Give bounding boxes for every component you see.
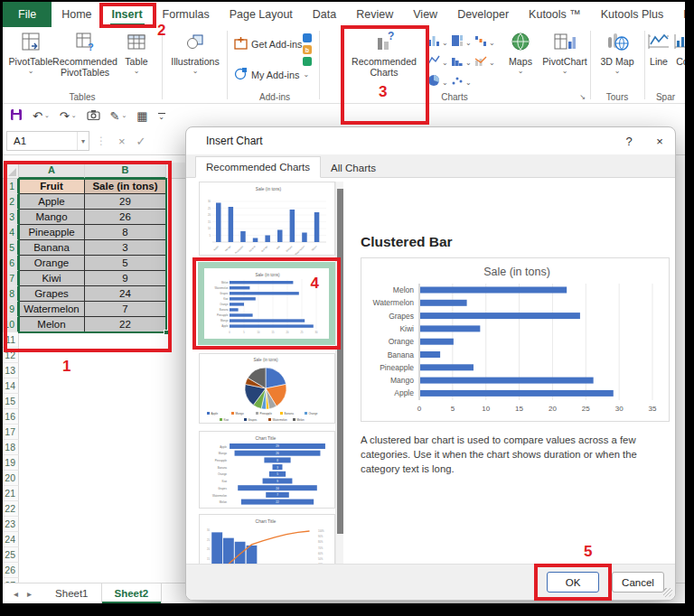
table-cell[interactable]: Watermelon bbox=[19, 302, 85, 317]
table-cell[interactable]: 22 bbox=[85, 317, 166, 332]
sparkline-column-button[interactable]: Co bbox=[673, 29, 685, 67]
ribbon-tab-review[interactable]: Review bbox=[346, 2, 403, 27]
row-header-13[interactable]: 13 bbox=[3, 363, 19, 378]
table-button[interactable]: Table ⌄ bbox=[118, 29, 155, 75]
table-cell[interactable]: Apple bbox=[19, 194, 85, 210]
ribbon-tab-home[interactable]: Home bbox=[52, 2, 101, 27]
table-cell[interactable]: 7 bbox=[85, 302, 166, 317]
camera-button[interactable] bbox=[87, 109, 100, 123]
row-header-17[interactable]: 17 bbox=[3, 425, 19, 440]
insert-combo-chart-button[interactable]: ⌄ bbox=[474, 52, 498, 72]
ok-button[interactable]: OK bbox=[547, 572, 599, 593]
row-header-22[interactable]: 22 bbox=[3, 501, 19, 517]
undo-button[interactable]: ↶⌄ bbox=[33, 109, 50, 123]
ribbon-tab-kutools-plus[interactable]: Kutools Plus bbox=[591, 2, 673, 27]
charts-dialog-launcher-icon[interactable]: ↘ bbox=[579, 93, 586, 101]
insert-waterfall-chart-button[interactable]: ⌄ bbox=[474, 33, 498, 52]
row-header-21[interactable]: 21 bbox=[3, 486, 19, 501]
name-box[interactable]: A1 ▾ bbox=[6, 131, 89, 151]
insert-hierarchy-chart-button[interactable]: ⌄ bbox=[451, 33, 474, 52]
sheet-nav-left-icon[interactable]: ◂ bbox=[14, 589, 18, 599]
row-header-15[interactable]: 15 bbox=[3, 394, 19, 409]
thumbnail-funnel[interactable]: Chart TitleApple29Mango26Pineapple8Banan… bbox=[199, 431, 335, 509]
ribbon-tab-view[interactable]: View bbox=[403, 2, 447, 27]
table-cell[interactable]: 5 bbox=[85, 256, 166, 271]
column-header-b[interactable]: B bbox=[85, 163, 166, 179]
row-header-14[interactable]: 14 bbox=[3, 378, 19, 394]
sheet-nav-right-icon[interactable]: ▸ bbox=[27, 589, 32, 599]
my-addins-button[interactable]: My Add-ins ⌄ bbox=[234, 67, 309, 82]
ribbon-tab-page-layout[interactable]: Page Layout bbox=[220, 2, 303, 27]
illustrations-button[interactable]: Illustrations ⌄ bbox=[167, 29, 223, 75]
row-header-20[interactable]: 20 bbox=[3, 471, 19, 486]
recommended-pivottables-button[interactable]: ? Recommended PivotTables bbox=[55, 29, 115, 78]
tab-recommended-charts[interactable]: Recommended Charts bbox=[195, 156, 321, 178]
addin-app-icon-bing[interactable]: b bbox=[303, 45, 312, 54]
recommended-charts-button[interactable]: ? Recommended Charts bbox=[344, 29, 424, 78]
row-header-11[interactable]: 11 bbox=[3, 332, 19, 348]
save-button[interactable] bbox=[10, 108, 23, 124]
tab-all-charts[interactable]: All Charts bbox=[321, 158, 386, 178]
thumbnail-pie[interactable]: Sale (in tons)AppleMangoPineappleBananaO… bbox=[199, 353, 335, 424]
close-icon[interactable]: × bbox=[644, 135, 675, 148]
table-header-cell[interactable]: Sale (in tons) bbox=[85, 179, 166, 194]
ribbon-tab-formulas[interactable]: Formulas bbox=[153, 2, 220, 27]
table-cell[interactable]: 3 bbox=[85, 240, 166, 256]
row-header-4[interactable]: 4 bbox=[3, 225, 19, 240]
insert-scatter-chart-button[interactable]: ⌄ bbox=[451, 72, 474, 92]
table-cell[interactable]: 9 bbox=[85, 271, 166, 286]
row-header-5[interactable]: 5 bbox=[3, 240, 19, 256]
ribbon-tab-file[interactable]: File bbox=[3, 2, 52, 27]
table-cell[interactable]: Kiwi bbox=[19, 271, 85, 286]
name-box-dropdown-icon[interactable]: ▾ bbox=[77, 132, 89, 150]
ribbon-tab-insert[interactable]: Insert2 bbox=[102, 2, 153, 27]
cancel-button[interactable]: Cancel bbox=[612, 572, 664, 593]
help-icon[interactable]: ? bbox=[614, 135, 644, 148]
get-addins-button[interactable]: Get Add-ins bbox=[234, 36, 302, 51]
row-header-10[interactable]: 10 bbox=[3, 317, 19, 332]
table-header-cell[interactable]: Fruit bbox=[19, 179, 85, 194]
row-header-9[interactable]: 9 bbox=[3, 302, 19, 317]
table-cell[interactable]: Melon bbox=[19, 317, 85, 332]
row-header-18[interactable]: 18 bbox=[3, 440, 19, 455]
row-header-8[interactable]: 8 bbox=[3, 286, 19, 302]
table-cell[interactable]: 24 bbox=[85, 286, 166, 302]
row-header-1[interactable]: 1 bbox=[3, 179, 19, 194]
maps-button[interactable]: Maps ⌄ bbox=[502, 29, 539, 75]
row-header-3[interactable]: 3 bbox=[3, 210, 19, 225]
borders-button[interactable]: ▦ bbox=[136, 109, 147, 123]
addin-app-icon-green[interactable] bbox=[303, 57, 312, 66]
addin-app-icon-blue[interactable] bbox=[303, 33, 312, 42]
cancel-icon[interactable]: × bbox=[118, 135, 126, 148]
format-painter-button[interactable]: ✎⌄ bbox=[110, 109, 127, 123]
3d-map-button[interactable]: 3D Map ⌄ bbox=[597, 29, 637, 75]
table-cell[interactable]: Pineapple bbox=[19, 225, 85, 240]
ribbon-tab-help[interactable]: Help bbox=[673, 2, 685, 27]
thumbnail-pareto[interactable]: Chart Title51015202530100%90%80%70%60%50… bbox=[199, 514, 335, 565]
table-cell[interactable]: Banana bbox=[19, 240, 85, 256]
thumbnail-scrollbar[interactable] bbox=[335, 182, 343, 565]
table-cell[interactable]: 29 bbox=[85, 194, 166, 210]
scrollbar-thumb[interactable] bbox=[337, 189, 343, 534]
redo-button[interactable]: ↷⌄ bbox=[60, 109, 77, 123]
row-header-26[interactable]: 26 bbox=[3, 563, 19, 578]
row-header-7[interactable]: 7 bbox=[3, 271, 19, 286]
thumbnail-clustered-bar-selected[interactable]: Sale (in tons)05101520253035MelonWaterme… bbox=[198, 262, 335, 345]
table-cell[interactable]: 26 bbox=[85, 210, 166, 225]
ribbon-tab-developer[interactable]: Developer bbox=[447, 2, 519, 27]
row-header-16[interactable]: 16 bbox=[3, 409, 19, 425]
sheet-tab-sheet1[interactable]: Sheet1 bbox=[42, 583, 101, 603]
sheet-tab-sheet2[interactable]: Sheet2 bbox=[102, 583, 163, 603]
row-header-2[interactable]: 2 bbox=[3, 194, 19, 210]
table-cell[interactable]: Grapes bbox=[19, 286, 85, 302]
row-header-25[interactable]: 25 bbox=[3, 547, 19, 563]
row-header-24[interactable]: 24 bbox=[3, 532, 19, 547]
select-all-corner[interactable] bbox=[3, 163, 19, 179]
table-cell[interactable]: Mango bbox=[19, 210, 85, 225]
insert-statistic-chart-button[interactable]: ⌄ bbox=[451, 52, 474, 72]
table-cell[interactable]: 8 bbox=[85, 225, 166, 240]
row-header-6[interactable]: 6 bbox=[3, 256, 19, 271]
insert-column-chart-button[interactable]: ⌄ bbox=[427, 33, 451, 52]
column-header-a[interactable]: A bbox=[19, 163, 85, 179]
insert-pie-chart-button[interactable]: ⌄ bbox=[427, 72, 451, 92]
